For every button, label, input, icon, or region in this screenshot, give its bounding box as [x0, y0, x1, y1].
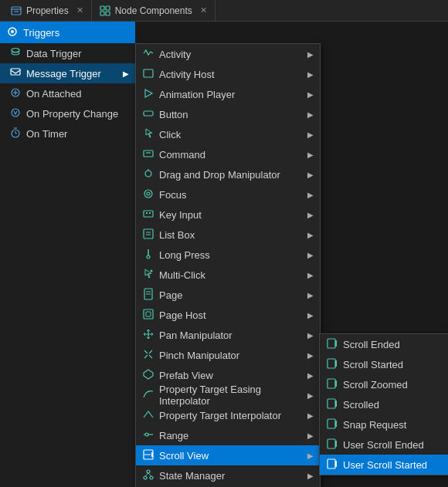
- scroll-view-arrow: ▶: [307, 451, 314, 460]
- animation-player-icon: [142, 87, 154, 102]
- sidebar-item-on-property-change[interactable]: On Property Change: [0, 103, 135, 123]
- click-label: Click: [159, 129, 181, 140]
- menu-item-state-manager[interactable]: State Manager ▶: [136, 465, 320, 485]
- sidebar-item-on-timer[interactable]: On Timer: [0, 123, 135, 144]
- submenu-item-user-scroll-ended[interactable]: User Scroll Ended: [320, 435, 448, 455]
- tab-properties[interactable]: Properties ✕: [3, 0, 92, 22]
- menu-item-property-target-easing[interactable]: Property Target Easing Interpolator ▶: [136, 385, 320, 405]
- svg-rect-10: [11, 69, 20, 75]
- tab-node-components-label: Node Components: [115, 5, 192, 16]
- menu-item-drag-drop[interactable]: Drag and Drop Manipulator ▶: [136, 164, 320, 184]
- pinch-manipulator-icon: [142, 348, 154, 363]
- menu-item-prefab-view[interactable]: Prefab View ▶: [136, 365, 320, 385]
- svg-rect-68: [328, 439, 335, 448]
- list-box-icon: [142, 228, 154, 242]
- activity-host-label: Activity Host: [159, 69, 215, 80]
- focus-label: Focus: [159, 189, 186, 201]
- menu-item-pan-manipulator[interactable]: Pan Manipulator ▶: [136, 325, 320, 345]
- svg-rect-40: [146, 312, 151, 316]
- menu-item-page[interactable]: Page ▶: [136, 285, 320, 305]
- svg-point-34: [147, 255, 150, 259]
- prefab-view-icon: [142, 368, 154, 383]
- sidebar: Triggers Data Trigger Message Trigger ▶: [0, 22, 135, 487]
- menu-item-list-box[interactable]: List Box ▶: [136, 225, 320, 245]
- command-icon: [142, 147, 154, 162]
- menu-item-page-host[interactable]: Page Host ▶: [136, 305, 320, 325]
- click-arrow: ▶: [307, 130, 314, 139]
- menu-item-button[interactable]: Button ▶: [136, 104, 320, 124]
- menu-item-activity-host[interactable]: Activity Host ▶: [136, 64, 320, 84]
- message-trigger-arrow: ▶: [123, 69, 129, 78]
- range-arrow: ▶: [307, 431, 314, 440]
- menu-item-property-target-interpolator[interactable]: Property Target Interpolator ▶: [136, 405, 320, 425]
- menu-item-click[interactable]: Click ▶: [136, 124, 320, 144]
- svg-point-8: [11, 30, 14, 33]
- svg-rect-39: [144, 309, 153, 319]
- long-press-arrow: ▶: [307, 251, 314, 259]
- tab-properties-close[interactable]: ✕: [76, 5, 83, 15]
- svg-point-35: [151, 269, 153, 272]
- tab-node-components-close[interactable]: ✕: [200, 5, 207, 15]
- long-press-label: Long Press: [159, 249, 210, 261]
- submenu-item-user-scroll-started[interactable]: User Scroll Started: [320, 455, 448, 475]
- property-target-interpolator-icon: [142, 408, 154, 423]
- property-target-interpolator-arrow: ▶: [307, 411, 314, 420]
- scroll-zoomed-label: Scroll Zoomed: [343, 379, 408, 391]
- range-icon: [142, 428, 154, 443]
- scroll-started-icon: [326, 357, 338, 372]
- menu-item-range[interactable]: Range ▶: [136, 425, 320, 445]
- svg-point-27: [147, 192, 150, 195]
- pan-manipulator-arrow: ▶: [307, 331, 314, 340]
- menu-item-key-input[interactable]: Key Input ▶: [136, 205, 320, 225]
- key-input-arrow: ▶: [307, 211, 314, 219]
- svg-point-24: [145, 171, 151, 177]
- menu-item-scroll-view[interactable]: Scroll View ▶: [136, 445, 320, 465]
- submenu-item-scrolled[interactable]: Scrolled: [320, 394, 448, 414]
- submenu-item-scroll-started[interactable]: Scroll Started: [320, 354, 448, 374]
- svg-rect-6: [106, 12, 110, 15]
- submenu-item-scroll-ended[interactable]: Scroll Ended: [320, 334, 448, 354]
- menu-item-long-press[interactable]: Long Press ▶: [136, 245, 320, 265]
- pan-manipulator-icon: [142, 328, 154, 343]
- message-trigger-label: Message Trigger: [26, 68, 101, 79]
- on-attached-icon: [9, 86, 22, 101]
- menu-item-animation-player[interactable]: Animation Player ▶: [136, 84, 320, 104]
- svg-marker-20: [145, 90, 152, 97]
- prefab-view-arrow: ▶: [307, 371, 314, 380]
- drag-drop-arrow: ▶: [307, 171, 314, 179]
- svg-point-47: [147, 470, 150, 473]
- activity-icon: [142, 47, 154, 62]
- menu-item-multi-click[interactable]: Multi-Click ▶: [136, 265, 320, 285]
- svg-point-14: [12, 109, 19, 117]
- property-target-interpolator-label: Property Target Interpolator: [159, 410, 281, 421]
- svg-rect-5: [100, 12, 104, 15]
- sidebar-item-data-trigger[interactable]: Data Trigger: [0, 43, 135, 63]
- triggers-icon: [6, 25, 19, 40]
- sidebar-item-on-attached[interactable]: On Attached: [0, 83, 135, 103]
- pinch-manipulator-arrow: ▶: [307, 351, 314, 360]
- submenu-item-snap-request[interactable]: Snap Request: [320, 414, 448, 435]
- multi-click-icon: [142, 268, 154, 282]
- menu-item-focus[interactable]: Focus ▶: [136, 184, 320, 205]
- node-components-tab-icon: [100, 5, 110, 16]
- menu-item-activity[interactable]: Activity ▶: [136, 44, 320, 64]
- scroll-zoomed-icon: [326, 377, 338, 392]
- svg-rect-29: [146, 212, 148, 214]
- sidebar-item-message-trigger[interactable]: Message Trigger ▶: [0, 63, 135, 83]
- activity-label: Activity: [159, 49, 191, 60]
- submenu-item-scroll-zoomed[interactable]: Scroll Zoomed: [320, 374, 448, 394]
- button-icon: [142, 107, 154, 122]
- button-label: Button: [159, 109, 188, 120]
- tab-properties-label: Properties: [26, 5, 69, 16]
- scroll-ended-icon: [326, 337, 338, 352]
- triggers-header[interactable]: Triggers: [0, 22, 135, 43]
- activity-host-icon: [142, 67, 154, 82]
- tab-node-components[interactable]: Node Components ✕: [92, 0, 216, 22]
- property-target-easing-icon: [142, 388, 154, 403]
- menu-item-command[interactable]: Command ▶: [136, 144, 320, 164]
- state-manager-arrow: ▶: [307, 472, 314, 480]
- data-trigger-label: Data Trigger: [26, 48, 82, 59]
- property-target-easing-arrow: ▶: [307, 391, 314, 400]
- menu-item-pinch-manipulator[interactable]: Pinch Manipulator ▶: [136, 345, 320, 365]
- message-trigger-icon: [9, 66, 22, 81]
